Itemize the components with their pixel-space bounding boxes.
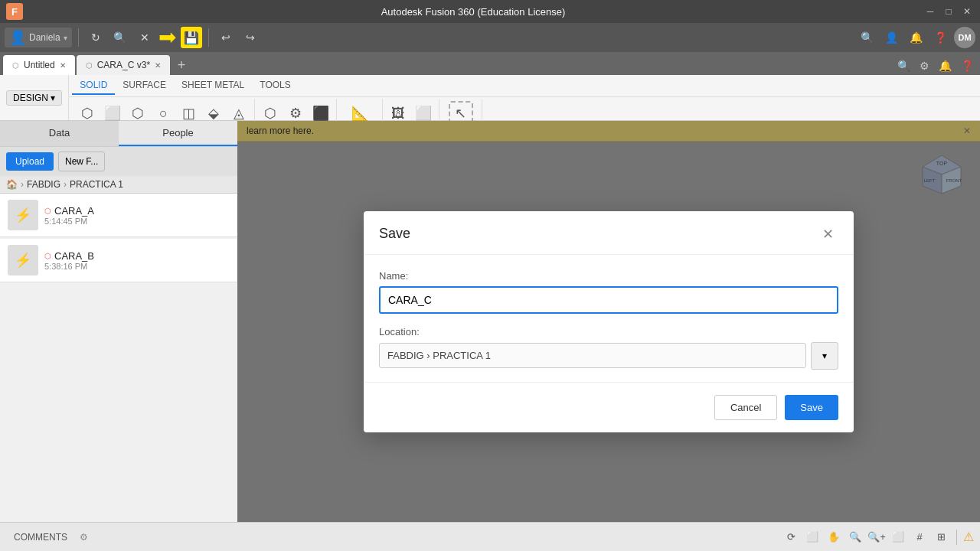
grid2-icon[interactable]: ⊞ bbox=[932, 528, 950, 546]
avatar[interactable]: DM bbox=[954, 27, 975, 48]
file-info-cara-b: ⬡ CARA_B 5:38:16 PM bbox=[44, 250, 230, 271]
refresh-button[interactable]: ↻ bbox=[85, 27, 106, 48]
file-thumb-cara-b: ⚡ bbox=[8, 245, 38, 276]
tab-cara-c[interactable]: ⬡ CARA_C v3* ✕ bbox=[77, 55, 170, 75]
title-bar: F Autodesk Fusion 360 (Education License… bbox=[0, 0, 980, 23]
breadcrumb: 🏠 › FABDIG › PRACTICA 1 bbox=[0, 176, 237, 194]
app-icon: F bbox=[6, 3, 23, 20]
ribbon: DESIGN ▾ SOLID SURFACE SHEET METAL TOOLS… bbox=[0, 75, 980, 121]
grid-icon[interactable]: # bbox=[910, 528, 929, 546]
tab-bar: ⬡ Untitled ✕ ⬡ CARA_C v3* ✕ + 🔍 ⚙ 🔔 ❓ bbox=[0, 52, 980, 75]
breadcrumb-sep1: › bbox=[21, 179, 24, 190]
zoom-fit-icon[interactable]: 🔍 bbox=[846, 528, 864, 546]
modal-overlay: Save ✕ Name: Location: ▾ Cancel Save bbox=[237, 121, 980, 522]
account-button[interactable]: 👤 bbox=[880, 27, 902, 48]
zoom-icon[interactable]: 🔍+ bbox=[867, 528, 886, 546]
breadcrumb-practica[interactable]: PRACTICA 1 bbox=[70, 179, 123, 190]
divider2 bbox=[208, 28, 209, 47]
pan-icon[interactable]: ✋ bbox=[825, 528, 843, 546]
notification-button[interactable]: 🔔 bbox=[905, 27, 926, 48]
user-menu[interactable]: 👤 Daniela ▾ bbox=[5, 28, 72, 47]
breadcrumb-home-icon[interactable]: 🏠 bbox=[6, 179, 18, 190]
file-list: ⚡ ⬡ CARA_A 5:14:45 PM ⚡ ⬡ bbox=[0, 194, 237, 522]
undo-button[interactable]: ↩ bbox=[215, 27, 237, 48]
maximize-button[interactable]: □ bbox=[942, 5, 956, 18]
search-global-button[interactable]: 🔍 bbox=[856, 27, 877, 48]
name-input[interactable] bbox=[379, 286, 838, 314]
close-window-button[interactable]: ✕ bbox=[960, 5, 974, 18]
list-item[interactable]: ⚡ ⬡ CARA_A 5:14:45 PM bbox=[0, 194, 237, 237]
search-button[interactable]: 🔍 bbox=[109, 27, 131, 48]
ribbon-tab-sheet-metal[interactable]: SHEET METAL bbox=[174, 77, 252, 95]
save-button[interactable]: 💾 bbox=[181, 27, 202, 48]
main-layout: Data People Upload New F... 🏠 › FABDIG ›… bbox=[0, 121, 980, 522]
comments-expand-icon[interactable]: ⚙ bbox=[80, 532, 88, 543]
tab-untitled-close[interactable]: ✕ bbox=[60, 61, 66, 70]
user-dropdown-icon: ▾ bbox=[64, 34, 67, 42]
tab-data[interactable]: Data bbox=[0, 121, 119, 146]
tab-cara-c-close[interactable]: ✕ bbox=[155, 61, 161, 70]
ribbon-design-section: DESIGN ▾ bbox=[0, 75, 69, 120]
tab-cara-c-icon: ⬡ bbox=[86, 61, 93, 70]
save-modal: Save ✕ Name: Location: ▾ Cancel Save bbox=[364, 211, 854, 432]
tab-notifications-icon[interactable]: 🔔 bbox=[936, 57, 955, 75]
left-panel-tabs: Data People bbox=[0, 121, 237, 147]
cancel-button[interactable]: Cancel bbox=[714, 395, 777, 420]
new-tab-button[interactable]: + bbox=[172, 55, 191, 75]
ribbon-tabs-row: SOLID SURFACE SHEET METAL TOOLS bbox=[69, 75, 980, 97]
minimize-button[interactable]: ─ bbox=[923, 5, 937, 18]
save-modal-button[interactable]: Save bbox=[785, 395, 838, 420]
title-bar-left: F bbox=[6, 3, 23, 20]
tab-search-icon[interactable]: 🔍 bbox=[894, 57, 913, 75]
file-thumb-cara-a: ⚡ bbox=[8, 200, 38, 230]
modal-title: Save bbox=[379, 226, 410, 242]
user-name: Daniela bbox=[29, 32, 60, 43]
fit-view-icon[interactable]: ⬜ bbox=[803, 528, 822, 546]
left-panel-toolbar: Upload New F... bbox=[0, 147, 237, 176]
breadcrumb-sep2: › bbox=[64, 179, 67, 190]
bottom-bar: COMMENTS ⚙ ⟳ ⬜ ✋ 🔍 🔍+ ⬜ # ⊞ ⚠ bbox=[0, 522, 980, 551]
name-label: Name: bbox=[379, 270, 838, 282]
ribbon-tab-surface[interactable]: SURFACE bbox=[115, 77, 174, 95]
list-item[interactable]: ⚡ ⬡ CARA_B 5:38:16 PM bbox=[0, 239, 237, 282]
redo-button[interactable]: ↪ bbox=[240, 27, 261, 48]
modal-header: Save ✕ bbox=[364, 211, 854, 255]
close-panel-button[interactable]: ✕ bbox=[134, 27, 155, 48]
cara-b-name: CARA_B bbox=[54, 250, 94, 262]
modal-footer: Cancel Save bbox=[364, 382, 854, 432]
cara-a-name: CARA_A bbox=[54, 205, 94, 217]
cara-a-icon: ⬡ bbox=[44, 207, 51, 215]
breadcrumb-fabdig[interactable]: FABDIG bbox=[27, 179, 60, 190]
location-input bbox=[379, 343, 806, 368]
tab-settings-icon[interactable]: ⚙ bbox=[916, 57, 933, 75]
location-browse-button[interactable]: ▾ bbox=[811, 342, 838, 370]
title-bar-title: Autodesk Fusion 360 (Education License) bbox=[23, 6, 923, 18]
tab-help-icon[interactable]: ❓ bbox=[958, 57, 977, 75]
warning-icon: ⚠ bbox=[963, 530, 974, 544]
divider-bottom bbox=[956, 530, 957, 545]
tab-untitled-icon: ⬡ bbox=[12, 61, 19, 70]
ribbon-tab-solid[interactable]: SOLID bbox=[72, 77, 115, 95]
tab-untitled-label: Untitled bbox=[24, 60, 55, 70]
tab-people[interactable]: People bbox=[119, 121, 237, 146]
comments-tab[interactable]: COMMENTS bbox=[6, 529, 75, 546]
tab-cara-c-label: CARA_C v3* bbox=[97, 60, 150, 70]
help-button[interactable]: ❓ bbox=[929, 27, 951, 48]
display-icon[interactable]: ⬜ bbox=[889, 528, 907, 546]
orbit-icon[interactable]: ⟳ bbox=[782, 528, 800, 546]
new-folder-button[interactable]: New F... bbox=[58, 152, 105, 171]
file-info-cara-a: ⬡ CARA_A 5:14:45 PM bbox=[44, 205, 230, 226]
location-row: ▾ bbox=[379, 342, 838, 370]
ribbon-content: SOLID SURFACE SHEET METAL TOOLS ⬡ ⬜ ⬡ ○ … bbox=[69, 75, 980, 120]
upload-button[interactable]: Upload bbox=[6, 152, 54, 171]
main-toolbar: 👤 Daniela ▾ ↻ 🔍 ✕ ➡ 💾 ↩ ↪ 🔍 👤 🔔 ❓ DM bbox=[0, 23, 980, 52]
ribbon-tab-tools[interactable]: TOOLS bbox=[252, 77, 298, 95]
modal-close-button[interactable]: ✕ bbox=[817, 223, 838, 245]
cara-a-time: 5:14:45 PM bbox=[44, 217, 230, 226]
left-panel: Data People Upload New F... 🏠 › FABDIG ›… bbox=[0, 121, 237, 522]
arrow-annotation: ➡ bbox=[158, 27, 176, 48]
modal-body: Name: Location: ▾ bbox=[364, 255, 854, 382]
location-label: Location: bbox=[379, 326, 838, 337]
tab-untitled[interactable]: ⬡ Untitled ✕ bbox=[3, 55, 75, 75]
design-button[interactable]: DESIGN ▾ bbox=[6, 90, 62, 106]
